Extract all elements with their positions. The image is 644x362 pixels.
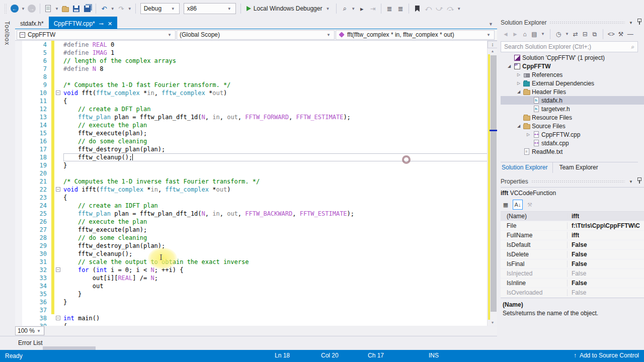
nav-forward-icon[interactable]: → [27, 3, 37, 14]
debug-config-dropdown[interactable]: Debug▼ [140, 3, 180, 14]
outline-margin[interactable] [54, 242, 63, 250]
tab-stdafx-h[interactable]: stdafx.h* [15, 17, 49, 29]
outline-margin[interactable]: − [54, 89, 63, 97]
breakpoint-margin[interactable] [15, 234, 22, 242]
error-list-label[interactable]: Error List [0, 336, 497, 346]
outline-margin[interactable] [54, 161, 63, 169]
solution-explorer-title-bar[interactable]: Solution Explorer ▼ [501, 17, 644, 28]
outline-margin[interactable] [54, 177, 63, 186]
code-line[interactable]: 22−void ifft(fftw_complex *in, fftw_comp… [15, 186, 497, 194]
prev-bookmark-icon[interactable]: ⤺ [423, 3, 433, 14]
property-row-isoverloaded[interactable]: IsOverloadedFalse [501, 288, 644, 298]
bookmark-icon[interactable] [412, 3, 422, 14]
code-line[interactable]: 9/* Computes the 1-D fast Fourier transf… [15, 81, 497, 89]
next-bookmark-icon[interactable]: ⤻ [434, 3, 444, 14]
outline-margin[interactable] [54, 129, 63, 137]
outline-margin[interactable] [54, 113, 63, 121]
expanded-arrow-icon[interactable]: ◢ [506, 64, 513, 68]
chevron-down-icon[interactable]: ▼ [128, 7, 132, 11]
window-menu-icon[interactable]: ▼ [629, 21, 633, 25]
code-line[interactable]: 36} [15, 298, 497, 306]
property-row-file[interactable]: Filef:\Ttrls\Cpp\CppFFTW\C [501, 221, 644, 231]
breakpoint-margin[interactable] [15, 210, 22, 218]
code-line[interactable]: 15 fftw_execute(plan); [15, 129, 497, 137]
code-line[interactable]: 31 // scale the output to obtain the exa… [15, 258, 497, 266]
code-line[interactable]: 7#define N 8 [15, 65, 497, 73]
breakpoint-margin[interactable] [15, 226, 22, 234]
categorized-icon[interactable]: ▦ [501, 200, 511, 210]
toolbox-tab[interactable]: Toolbox [0, 17, 14, 49]
property-value[interactable]: False [568, 241, 587, 248]
property-value[interactable]: False [568, 260, 587, 267]
se-collapse-all-icon[interactable]: ⊟ [581, 31, 589, 38]
breakpoint-margin[interactable] [15, 105, 22, 113]
code-line[interactable]: 38−int main() [15, 314, 497, 322]
property-row-isinline[interactable]: IsInlineFalse [501, 279, 644, 288]
editor-horizontal-scrollbar[interactable] [44, 326, 497, 335]
breakpoint-margin[interactable] [15, 282, 22, 290]
code-line[interactable]: 12 // create a DFT plan [15, 105, 497, 113]
breakpoint-margin[interactable] [15, 137, 22, 145]
outline-margin[interactable] [54, 226, 63, 234]
property-row-isdefault[interactable]: IsDefaultFalse [501, 240, 644, 250]
code-line[interactable]: 19} [15, 161, 497, 169]
property-value[interactable]: False [568, 270, 586, 277]
scope-dropdown[interactable]: (Global Scope) ▼ [177, 30, 335, 40]
breakpoint-margin[interactable] [15, 202, 22, 210]
splitter-handle[interactable]: ↕ [488, 41, 498, 48]
find-in-files-icon[interactable]: ⌕ [340, 3, 350, 14]
se-forward-icon[interactable]: ► [511, 31, 519, 38]
outline-margin[interactable] [54, 258, 63, 266]
tree-item-solution-cppfftw-1-project-[interactable]: Solution 'CppFFTW' (1 project) [501, 53, 644, 62]
pin-icon[interactable] [639, 21, 640, 25]
outline-margin[interactable]: − [54, 314, 63, 322]
se-pending-changes-icon[interactable]: ◷ [554, 31, 562, 38]
breakpoint-margin[interactable] [15, 161, 22, 169]
tree-item-stdafx-cpp[interactable]: ++stdafx.cpp [501, 139, 644, 147]
increase-indent-icon[interactable]: ≣ [395, 3, 406, 14]
code-line[interactable]: 18 fftw_cleanup(); [15, 153, 497, 161]
breakpoint-margin[interactable] [15, 298, 22, 306]
tree-item-references[interactable]: ▷References [501, 70, 644, 79]
outline-margin[interactable] [54, 121, 63, 129]
outline-margin[interactable] [54, 274, 63, 282]
outline-margin[interactable] [54, 234, 63, 242]
se-home-icon[interactable]: ⌂ [521, 31, 529, 38]
outline-margin[interactable] [54, 105, 63, 113]
code-line[interactable]: 32− for (int i = 0; i < N; ++i) { [15, 266, 497, 274]
breakpoint-margin[interactable] [15, 153, 22, 161]
undo-icon[interactable]: ↶ [99, 3, 109, 14]
breakpoint-margin[interactable] [15, 169, 22, 177]
property-row-isfinal[interactable]: IsFinalFalse [501, 259, 644, 269]
code-line[interactable]: 30 fftw_cleanup(); [15, 250, 497, 258]
step-over-gray-icon[interactable]: ⇥ [368, 3, 378, 14]
outline-margin[interactable] [54, 41, 63, 49]
solution-explorer-search[interactable]: Search Solution Explorer (Ctrl+;) ⌕ [501, 41, 638, 52]
breakpoint-margin[interactable] [15, 306, 22, 314]
breakpoint-margin[interactable] [15, 41, 22, 49]
breakpoint-margin[interactable] [15, 177, 22, 186]
code-line[interactable]: 4#define REAL 0 [15, 41, 497, 49]
outline-margin[interactable] [54, 322, 63, 326]
property-value[interactable]: ifft [568, 213, 579, 220]
code-line[interactable]: 24 // create an IDFT plan [15, 202, 497, 210]
alphabetical-sort-icon[interactable]: A↓ [513, 200, 523, 210]
tab-overflow-icon[interactable]: ▼ [489, 22, 497, 29]
breakpoint-margin[interactable] [15, 314, 22, 322]
code-line[interactable]: 20 [15, 169, 497, 177]
outline-margin[interactable] [54, 65, 63, 73]
breakpoint-margin[interactable] [15, 250, 22, 258]
se-switch-views-icon[interactable]: ▤ [530, 31, 538, 38]
chevron-down-icon[interactable]: ▼ [111, 7, 115, 11]
code-line[interactable]: 27 fftw_execute(plan); [15, 226, 497, 234]
redo-icon[interactable]: ↷ [116, 3, 126, 14]
outline-margin[interactable] [54, 97, 63, 105]
outline-margin[interactable] [54, 250, 63, 258]
toolbar-overflow[interactable]: ▼ [457, 7, 461, 11]
outline-margin[interactable] [54, 202, 63, 210]
property-value[interactable]: ifft [568, 232, 579, 239]
outline-margin[interactable] [54, 169, 63, 177]
new-file-icon[interactable] [43, 3, 53, 14]
outline-margin[interactable] [54, 153, 63, 161]
code-line[interactable]: 10−void fft(fftw_complex *in, fftw_compl… [15, 89, 497, 97]
